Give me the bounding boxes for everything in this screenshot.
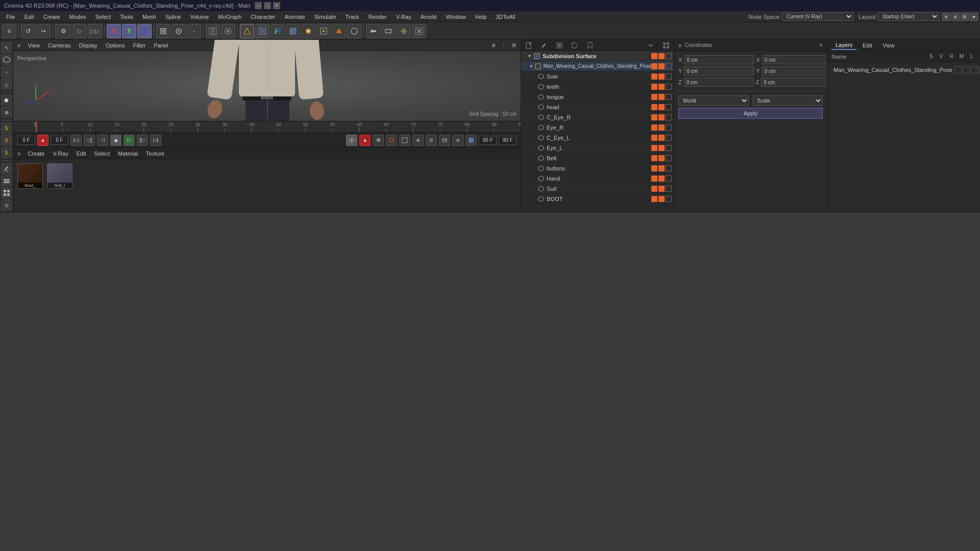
belt-lock[interactable]	[666, 155, 672, 161]
tc-prev-play[interactable]: ◁	[97, 135, 108, 146]
menu-create[interactable]: Create	[39, 13, 64, 21]
tree-item-eye-l[interactable]: Eye_L	[521, 143, 674, 153]
teeth-vis[interactable]	[651, 84, 657, 90]
eye-r-render[interactable]	[658, 124, 665, 131]
z-size-input[interactable]	[761, 78, 827, 87]
attr-close[interactable]: ✕	[817, 42, 825, 48]
tree-item-belt[interactable]: Belt	[521, 153, 674, 163]
tongue-lock[interactable]	[666, 94, 672, 100]
tc-icon5[interactable]	[452, 135, 463, 146]
lt-plus-tool[interactable]: ⊕	[1, 107, 12, 118]
head-vis[interactable]	[651, 104, 657, 110]
suit-vis[interactable]	[651, 186, 657, 192]
menu-vray[interactable]: V-Ray	[392, 13, 415, 21]
lt-circle-tool[interactable]: ○	[1, 66, 12, 78]
tb-vray-icon2[interactable]	[255, 24, 270, 38]
buttons-lock[interactable]	[666, 165, 672, 171]
tb-icon-6[interactable]	[332, 24, 346, 38]
x-pos-input[interactable]	[684, 55, 754, 64]
tb-icon-1[interactable]	[206, 24, 220, 38]
z-pos-input[interactable]	[684, 78, 754, 87]
boot-lock[interactable]	[666, 196, 672, 202]
apply-button[interactable]: Apply	[678, 108, 823, 119]
menu-modes[interactable]: Modes	[65, 13, 90, 21]
mat-hamburger[interactable]: ≡	[15, 151, 22, 157]
menu-icon-3[interactable]: ⊞	[961, 13, 969, 21]
tb-snap-icon[interactable]	[366, 24, 380, 38]
teeth-render[interactable]	[658, 84, 665, 90]
lt-tri-tool[interactable]: △	[1, 79, 12, 90]
tc-record-btn[interactable]: ●	[37, 135, 48, 146]
tb-mesh-mode[interactable]	[172, 24, 186, 38]
tc-next-frame[interactable]: |▷	[137, 135, 148, 146]
material-boot[interactable]: Boot_	[17, 163, 43, 189]
tb-icon-4[interactable]	[301, 24, 315, 38]
tb-icon-7[interactable]	[347, 24, 361, 38]
tc-go-start[interactable]: |◁	[70, 135, 82, 146]
ceye-l-lock[interactable]	[666, 135, 672, 141]
boot-vis[interactable]	[651, 196, 657, 202]
menu-help[interactable]: Help	[471, 13, 491, 21]
tree-item-subdivision-surface[interactable]: ▼ Subdivision Surface	[521, 51, 674, 61]
eye-r-vis[interactable]	[651, 124, 657, 131]
node-space-select[interactable]: Current (V-Ray)	[782, 12, 853, 21]
visibility-dot[interactable]	[651, 53, 657, 59]
attr-hamburger[interactable]: ≡	[676, 42, 683, 48]
tc-icon2[interactable]	[412, 135, 424, 146]
menu-volume[interactable]: Volume	[186, 13, 213, 21]
menu-spline[interactable]: Spline	[161, 13, 185, 21]
vp-icon-corners[interactable]: ⊕	[489, 41, 498, 50]
lt-dollar3[interactable]: S	[1, 147, 12, 158]
man-render-dot[interactable]	[658, 63, 665, 69]
ceye-r-render[interactable]	[658, 114, 665, 120]
tc-record-active[interactable]: ●	[359, 135, 371, 146]
mat-menu-create[interactable]: Create	[24, 149, 47, 158]
tree-item-hand[interactable]: Hand	[521, 173, 674, 184]
rp-file-icon[interactable]	[521, 40, 536, 51]
layers-tab-edit[interactable]: Edit	[859, 41, 876, 49]
viewport[interactable]: ≡ View Cameras Display Options Filter Pa…	[13, 40, 521, 121]
render-dot[interactable]	[658, 53, 665, 59]
space-dropdown[interactable]: World Object Local	[678, 95, 749, 106]
tc-prev-frame[interactable]: ◁|	[84, 135, 95, 146]
tongue-vis[interactable]	[651, 94, 657, 100]
tc-go-end[interactable]: ▷|	[150, 135, 161, 146]
mat-menu-material[interactable]: Material	[115, 149, 141, 158]
tree-item-sole[interactable]: Sole	[521, 71, 674, 82]
tb-model-mode[interactable]	[156, 24, 170, 38]
menu-character[interactable]: Character	[247, 13, 279, 21]
buttons-vis[interactable]	[651, 165, 657, 171]
vp-menu-view[interactable]: View	[24, 41, 43, 49]
rp-bookmark-icon[interactable]	[582, 40, 598, 51]
lt-circle2-tool[interactable]: ⊙	[1, 199, 12, 211]
tc-icon4[interactable]	[439, 135, 450, 146]
viewport-content[interactable]: Perspective Default Camera ✱ Grid Spacin…	[13, 51, 521, 121]
vp-menu-filter[interactable]: Filter	[130, 41, 149, 49]
tb-python-icon[interactable]	[271, 24, 285, 38]
layer-s-toggle[interactable]	[954, 66, 962, 73]
hand-render[interactable]	[658, 176, 665, 182]
mat-menu-select[interactable]: Select	[91, 149, 113, 158]
lt-poly-tool[interactable]	[1, 54, 12, 65]
tc-icon3[interactable]	[426, 135, 437, 146]
tc-stop[interactable]: ■	[110, 135, 121, 146]
tongue-render[interactable]	[658, 94, 665, 100]
tree-item-tongue[interactable]: tongue	[521, 92, 674, 102]
y-pos-input[interactable]	[684, 66, 754, 76]
tb-z-axis[interactable]: Z	[137, 24, 152, 38]
minimize-button[interactable]: —	[255, 2, 262, 9]
vp-menu-display[interactable]: Display	[76, 41, 101, 49]
rp-collapse[interactable]	[643, 40, 658, 51]
menu-animate[interactable]: Animate	[280, 13, 309, 21]
vp-icon-up[interactable]: ↑	[499, 41, 508, 50]
rp-object-icon[interactable]	[552, 40, 567, 51]
vp-icon-close[interactable]: ⊠	[509, 41, 519, 50]
mat-menu-texture[interactable]: Texture	[143, 149, 167, 158]
tree-item-teeth[interactable]: teeth	[521, 82, 674, 92]
lt-select-tool[interactable]: ↖	[1, 42, 12, 53]
tb-icon-3[interactable]	[286, 24, 300, 38]
menu-mograph[interactable]: MoGraph	[214, 13, 246, 21]
man-vis-dot[interactable]	[651, 63, 657, 69]
frame-end1[interactable]	[479, 136, 497, 145]
tb-icon-9[interactable]	[397, 24, 411, 38]
